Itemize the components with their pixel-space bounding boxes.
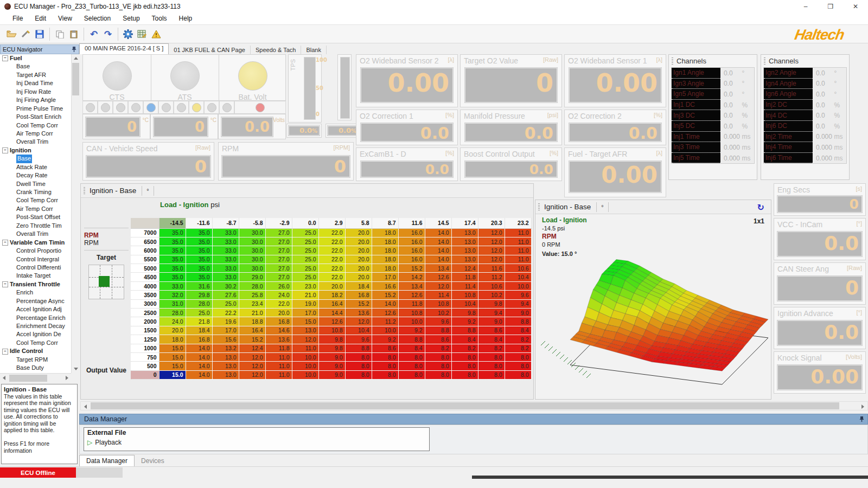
expand-icon[interactable]: − xyxy=(2,349,8,355)
row-header[interactable]: 2500 xyxy=(131,309,159,317)
table-cell[interactable]: 11.0 xyxy=(505,237,531,246)
tree-item-base-duty[interactable]: Base Duty xyxy=(0,364,79,372)
table-cell[interactable]: 14.6 xyxy=(265,326,292,335)
table-cell[interactable]: 8.8 xyxy=(425,326,451,335)
table-cell[interactable]: 13.0 xyxy=(451,255,478,264)
minimize-button[interactable]: – xyxy=(793,0,818,12)
table-cell[interactable]: 9.0 xyxy=(318,370,345,379)
3d-surface-plot[interactable] xyxy=(538,228,769,397)
column-header[interactable]: 8.7 xyxy=(372,218,398,228)
table-cell[interactable]: 10.2 xyxy=(478,291,505,299)
table-cell[interactable]: 8.8 xyxy=(505,317,531,326)
table-cell[interactable]: 18.4 xyxy=(345,281,372,290)
table-cell[interactable]: 27.0 xyxy=(265,237,292,246)
table-cell[interactable]: 24.0 xyxy=(159,317,186,326)
row-header[interactable]: 3500 xyxy=(131,291,159,299)
table-cell[interactable]: 25.8 xyxy=(239,291,265,299)
column-header[interactable]: -5.8 xyxy=(239,218,265,228)
tree-item-target-rpm[interactable]: Target RPM xyxy=(0,356,79,364)
tree-vertical-scrollbar[interactable] xyxy=(71,54,80,373)
tree-item-post-start-offset[interactable]: Post-Start Offset xyxy=(0,213,79,221)
tree-item-air-temp-corr[interactable]: Air Temp Corr xyxy=(0,130,79,138)
table-cell[interactable]: 35.0 xyxy=(159,255,186,264)
scroll-thumb[interactable] xyxy=(91,402,839,409)
row-header[interactable]: 6500 xyxy=(131,237,159,246)
scroll-thumb[interactable] xyxy=(9,375,47,382)
table-cell[interactable]: 33.0 xyxy=(212,264,239,273)
table-cell[interactable]: 25.0 xyxy=(186,309,212,317)
table-cell[interactable]: 16.0 xyxy=(398,246,425,255)
tree-section[interactable]: −Fuel xyxy=(0,54,79,62)
table-cell[interactable]: 8.0 xyxy=(478,370,505,379)
table-cell[interactable]: 8.0 xyxy=(451,362,478,370)
menu-tools[interactable]: Tools xyxy=(146,15,173,22)
table-cell[interactable]: 33.0 xyxy=(159,281,186,290)
tree-item-control-differenti[interactable]: Control Differenti xyxy=(0,264,79,272)
table-cell[interactable]: 14.4 xyxy=(318,309,345,317)
save-button[interactable] xyxy=(33,27,47,41)
row-header[interactable]: 5000 xyxy=(131,264,159,273)
table-cell[interactable]: 15.0 xyxy=(292,317,318,326)
table-cell[interactable]: 8.2 xyxy=(505,335,531,344)
table-cell[interactable]: 13.6 xyxy=(345,309,372,317)
unit-tab[interactable]: ° xyxy=(142,186,154,196)
table-cell[interactable]: 12.0 xyxy=(292,335,318,344)
table-cell[interactable]: 8.0 xyxy=(478,352,505,361)
connect-button[interactable] xyxy=(18,27,33,41)
close-button[interactable]: ✕ xyxy=(843,0,868,12)
table-cell[interactable]: 8.8 xyxy=(345,344,372,352)
table-cell[interactable]: 28.0 xyxy=(159,309,186,317)
tree-item-cool-temp-corr[interactable]: Cool Temp Corr xyxy=(0,121,79,130)
table-cell[interactable]: 8.6 xyxy=(372,344,398,352)
table-cell[interactable]: 8.0 xyxy=(505,362,531,370)
table-cell[interactable]: 8.0 xyxy=(425,352,451,361)
table-cell[interactable]: 10.0 xyxy=(292,362,318,370)
table-cell[interactable]: 12.0 xyxy=(478,228,505,237)
tree-item-zero-throttle-tim[interactable]: Zero Throttle Tim xyxy=(0,222,79,230)
drag-grip[interactable] xyxy=(84,187,85,195)
table-cell[interactable]: 9.4 xyxy=(505,299,531,308)
tree-item-crank-timing[interactable]: Crank Timing xyxy=(0,188,79,196)
table-cell[interactable]: 8.0 xyxy=(372,362,398,370)
table-cell[interactable]: 12.4 xyxy=(451,264,478,273)
tree-section[interactable]: −Ignition xyxy=(0,146,79,155)
table-cell[interactable]: 10.0 xyxy=(372,326,398,335)
row-header[interactable]: 4500 xyxy=(131,273,159,281)
open-file-button[interactable] xyxy=(4,27,18,41)
channel-row[interactable]: Inj6 DC0.0% xyxy=(764,121,846,132)
table-cell[interactable]: 14.0 xyxy=(186,352,212,361)
table-cell[interactable]: 13.0 xyxy=(451,237,478,246)
table-cell[interactable]: 11.6 xyxy=(478,264,505,273)
table-cell[interactable]: 10.2 xyxy=(425,309,451,317)
table-cell[interactable]: 33.0 xyxy=(212,228,239,237)
table-cell[interactable]: 24.0 xyxy=(265,291,292,299)
table-grid-button[interactable] xyxy=(135,27,149,41)
table-cell[interactable]: 30.2 xyxy=(212,281,239,290)
tree-item-intake-target[interactable]: Intake Target xyxy=(0,272,79,280)
table-cell[interactable]: 11.0 xyxy=(292,344,318,352)
scroll-up-arrow[interactable] xyxy=(74,57,78,60)
channel-row[interactable]: Inj4 Time0.000ms xyxy=(764,142,846,153)
table-cell[interactable]: 9.0 xyxy=(318,352,345,361)
table-cell[interactable]: 35.0 xyxy=(159,246,186,255)
table-cell[interactable]: 25.0 xyxy=(212,299,239,308)
table-cell[interactable]: 12.6 xyxy=(425,273,451,281)
table-cell[interactable]: 22.0 xyxy=(318,246,345,255)
table-cell[interactable]: 27.0 xyxy=(265,228,292,237)
table-cell[interactable]: 14.2 xyxy=(398,273,425,281)
table-cell[interactable]: 8.8 xyxy=(398,335,425,344)
undo-button[interactable]: ↶ xyxy=(87,27,101,41)
table-cell[interactable]: 22.2 xyxy=(212,309,239,317)
channel-row[interactable]: Inj5 Time0.000ms xyxy=(672,153,754,164)
table-cell[interactable]: 8.4 xyxy=(478,335,505,344)
table-cell[interactable]: 30.0 xyxy=(239,255,265,264)
table-cell[interactable]: 14.0 xyxy=(425,228,451,237)
scroll-left-arrow[interactable] xyxy=(3,376,5,380)
table-cell[interactable]: 13.4 xyxy=(398,281,425,290)
table-cell[interactable]: 25.0 xyxy=(292,264,318,273)
table-cell[interactable]: 20.0 xyxy=(159,326,186,335)
table-cell[interactable]: 9.8 xyxy=(478,299,505,308)
table-cell[interactable]: 14.0 xyxy=(186,362,212,370)
table-cell[interactable]: 35.0 xyxy=(159,228,186,237)
table-cell[interactable]: 27.6 xyxy=(212,291,239,299)
